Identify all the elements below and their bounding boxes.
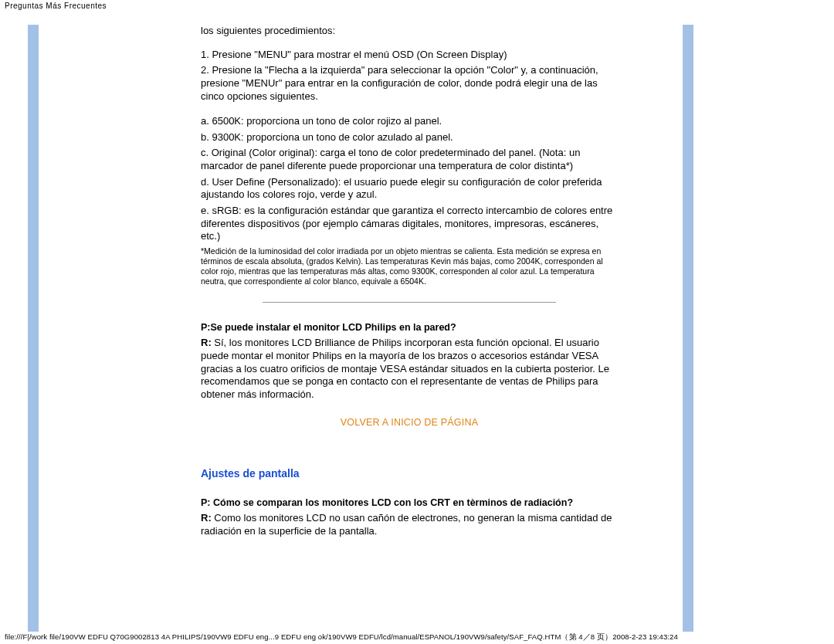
- answer-wall-mount: R: Sí, los monitores LCD Brilliance de P…: [201, 337, 618, 401]
- page-outer: los siguientes procedimientos: 1. Presio…: [0, 12, 834, 632]
- option-a: a. 6500K: proporciona un tono de color r…: [201, 115, 618, 128]
- option-e: e. sRGB: es la configuración estándar qu…: [201, 205, 618, 243]
- answer-radiation: R: Como los monitores LCD no usan cañón …: [201, 512, 618, 537]
- question-wall-mount: P:Se puede instalar el monitor LCD Phili…: [201, 321, 618, 334]
- question-text: Cómo se comparan los monitores LCD con l…: [211, 497, 574, 508]
- step-2: 2. Presione la "Flecha a la izquierda" p…: [201, 64, 618, 103]
- left-accent-stripe: [28, 25, 39, 632]
- answer-prefix: R:: [201, 337, 212, 348]
- kelvin-note: *Medición de la luminosidad del color ir…: [201, 246, 618, 287]
- answer-text: Sí, los monitores LCD Brilliance de Phil…: [201, 337, 609, 400]
- question-text: Se puede instalar el monitor LCD Philips…: [211, 322, 456, 333]
- section-heading-ajustes: Ajustes de pantalla: [201, 467, 618, 481]
- page-header-title: Preguntas Más Frecuentes: [5, 2, 107, 10]
- answer-prefix: R:: [201, 512, 212, 524]
- option-c: c. Original (Color original): carga el t…: [201, 147, 618, 172]
- option-b: b. 9300K: proporciona un tono de color a…: [201, 131, 618, 144]
- question-prefix: P:: [201, 497, 211, 508]
- right-accent-stripe: [683, 25, 693, 632]
- intro-line: los siguientes procedimientos:: [201, 25, 618, 38]
- step-1: 1. Presione "MENU" para mostrar el menú …: [201, 49, 618, 62]
- question-radiation: P: Cómo se comparan los monitores LCD co…: [201, 497, 618, 509]
- back-to-top-link[interactable]: VOLVER A INICIO DE PÁGINA: [201, 416, 618, 429]
- divider-1: [263, 302, 556, 303]
- question-prefix: P:: [201, 322, 211, 333]
- page-footer-path: file:///F|/work file/190VW EDFU Q70G9002…: [5, 632, 678, 642]
- main-content-column: los siguientes procedimientos: 1. Presio…: [201, 25, 618, 632]
- answer-text: Como los monitores LCD no usan cañón de …: [201, 512, 612, 537]
- option-d: d. User Define (Personalizado): el usuar…: [201, 176, 618, 202]
